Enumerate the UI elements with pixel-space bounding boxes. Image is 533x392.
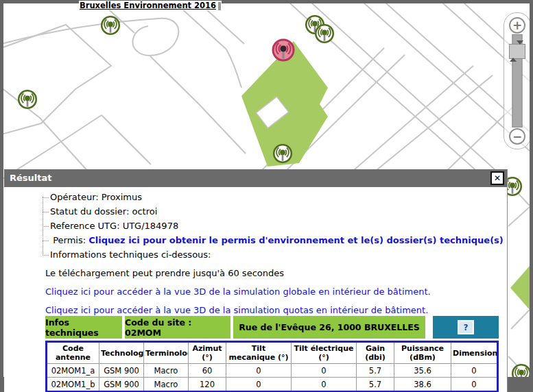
tree-item-reference: Reference UTG: UTG/184978 [43, 219, 499, 233]
cell: 0 [451, 364, 498, 378]
dialog-content: Opérateur: Proximus Statut du dossier: o… [4, 190, 507, 392]
link-3d-global[interactable]: Cliquez ici pour accéder à la vue 3D de … [45, 286, 499, 297]
tree-item-permis: Permis: Cliquez ici pour obtenir le perm… [43, 233, 499, 247]
cell: GSM 900 [99, 378, 144, 392]
infos-text: Informations techniques ci-dessous: [50, 249, 211, 260]
zoom-in-button[interactable]: + [509, 17, 525, 34]
cell: 0 [226, 364, 292, 378]
app-window: + − Bruxelles Environnement 2016 Résulta… [0, 0, 533, 392]
close-icon: ✕ [494, 173, 501, 183]
label-tick [218, 2, 221, 10]
antenna-icon[interactable] [512, 365, 530, 377]
tree-item-statut: Statut du dossier: octroi [43, 204, 499, 219]
antenna-icon[interactable] [102, 16, 119, 34]
col-terminologie: Terminologie [144, 342, 189, 364]
infobar-address: Rue de l'Evêque 26, 1000 BRUXELLES [233, 316, 425, 339]
cell: 60 [189, 364, 226, 378]
permis-link[interactable]: Cliquez ici pour obtenir le permis d'env… [88, 235, 504, 245]
cell: 0 [226, 378, 292, 392]
cell: 02MOM1_b [47, 378, 99, 392]
infobar-infos-techniques: Infos techniques [45, 316, 122, 339]
selected-antenna-icon[interactable] [273, 40, 294, 60]
tree-item-operateur: Opérateur: Proximus [43, 190, 499, 204]
reference-text: Reference UTG: UTG/184978 [50, 221, 178, 231]
cell: 5.7 [357, 364, 394, 378]
col-puissance: Puissance (dBm) [394, 342, 451, 364]
zoom-out-button[interactable]: − [509, 128, 525, 145]
table-row: 02MOM1_b GSM 900 Macro 120 0 0 5.7 38.6 … [47, 378, 498, 392]
statut-text: Statut du dossier: octroi [50, 206, 157, 217]
download-note: Le téléchargement peut prendre jusqu'à 6… [45, 267, 499, 279]
zoom-control: + − [504, 12, 530, 149]
permis-label: Permis: [53, 235, 86, 245]
map-title-label: Bruxelles Environnement 2016 [79, 1, 222, 10]
col-tilt-electrique: Tilt électrique (°) [292, 342, 357, 364]
tree-item-infos: Informations techniques ci-dessous: [43, 247, 499, 262]
cell: 0 [292, 378, 357, 392]
result-dialog: Résultat ✕ Opérateur: Proximus Statut du… [4, 169, 508, 392]
col-tilt-mecanique: Tilt mecanique (°) [226, 342, 292, 364]
help-box: ? [433, 316, 499, 339]
map-title-text: Bruxelles Environnement 2016 [80, 1, 216, 10]
cell: 5.7 [357, 378, 394, 392]
tree-connector [43, 197, 43, 254]
dialog-title: Résultat [10, 173, 51, 183]
info-bar: Infos techniques Code du site : 02MOM Ru… [45, 316, 499, 339]
cell: Macro [144, 378, 189, 392]
antenna-icon[interactable] [19, 90, 36, 108]
cell: GSM 900 [99, 364, 144, 378]
link-3d-quotas[interactable]: Cliquez ici pour accéder à la vue 3D de … [45, 304, 499, 316]
cell: 0 [292, 364, 357, 378]
col-dimension: Dimension [451, 342, 498, 364]
cell: Macro [144, 364, 189, 378]
infobar-site-code: Code du site : 02MOM [125, 316, 230, 339]
antenna-table: Code antenne Technologie Terminologie Az… [45, 341, 499, 392]
cell: 38.6 [394, 378, 451, 392]
slider-up-arrow-icon [510, 45, 517, 62]
question-icon: ? [464, 323, 469, 332]
dialog-titlebar: Résultat ✕ [4, 169, 507, 187]
antenna-icon[interactable] [274, 145, 292, 162]
col-azimut: Azimut (°) [189, 342, 226, 364]
cell: 35.6 [394, 364, 451, 378]
zoom-slider-handle[interactable] [509, 44, 525, 59]
cell: 0 [451, 378, 498, 392]
col-technologie: Technologie [99, 342, 144, 364]
cell: 120 [189, 378, 226, 392]
operateur-text: Opérateur: Proximus [50, 192, 142, 202]
cell: 02MOM1_a [47, 364, 99, 378]
result-tree: Opérateur: Proximus Statut du dossier: o… [43, 190, 499, 262]
slider-down-arrow-icon [517, 40, 523, 58]
col-code-antenne: Code antenne [47, 342, 99, 364]
close-button[interactable]: ✕ [490, 171, 504, 185]
help-button[interactable]: ? [458, 320, 474, 334]
table-header-row: Code antenne Technologie Terminologie Az… [47, 342, 498, 364]
table-row: 02MOM1_a GSM 900 Macro 60 0 0 5.7 35.6 0 [47, 364, 498, 378]
col-gain: Gain (dbi) [357, 342, 394, 364]
antenna-icon[interactable] [316, 25, 333, 42]
